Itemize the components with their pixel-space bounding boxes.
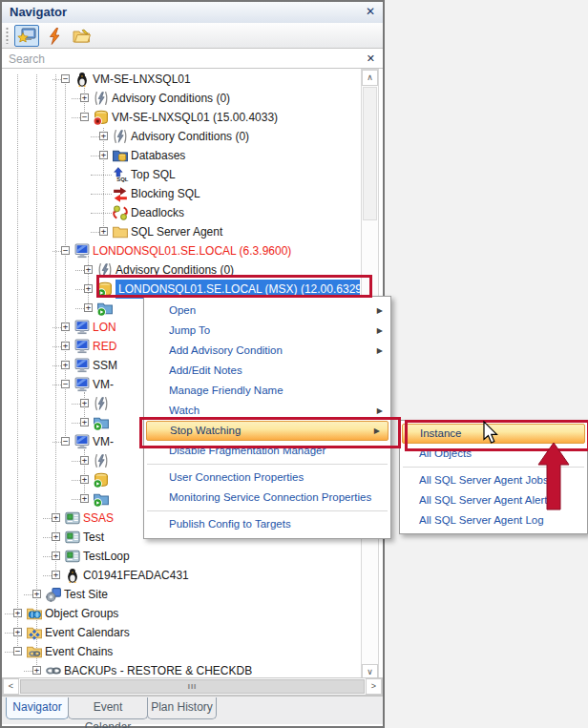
menu-item-label: Monitoring Service Connection Properties bbox=[169, 491, 371, 503]
tree-row-backups-restore-checkdb[interactable]: +BACKUPs - RESTORE & CHECKDB bbox=[2, 661, 360, 680]
panel-titlebar[interactable]: Navigator ✕ bbox=[2, 2, 383, 24]
tree-row-object-groups[interactable]: +Object Groups bbox=[2, 604, 360, 623]
tree-row-c01941feadac431[interactable]: +C01941FEADAC431 bbox=[2, 566, 360, 585]
scroll-left-icon[interactable]: < bbox=[3, 678, 19, 695]
expand-plus-icon[interactable]: + bbox=[99, 227, 108, 236]
computer-icon bbox=[74, 357, 91, 374]
svg-text:SQL: SQL bbox=[116, 177, 129, 182]
tree-row-vm-se-lnxsql01-15-00-4033[interactable]: −VM-SE-LNXSQL01 (15.00.4033) bbox=[2, 108, 360, 127]
menu-item-disable-fragmentation-manager[interactable]: Disable Fragmentation Manager bbox=[144, 441, 390, 461]
expand-plus-icon[interactable]: + bbox=[80, 456, 89, 465]
menu-item-label: Add/Edit Notes bbox=[169, 364, 242, 376]
search-clear-icon[interactable]: ✕ bbox=[367, 52, 375, 65]
tree-row-testloop[interactable]: +TestLoop bbox=[2, 547, 360, 566]
expand-plus-icon[interactable]: + bbox=[52, 513, 60, 522]
menu-item-add-edit-notes[interactable]: Add/Edit Notes bbox=[144, 361, 390, 381]
expand-plus-icon[interactable]: + bbox=[61, 361, 70, 369]
tab-label: Navigator bbox=[12, 700, 61, 714]
expand-plus-icon[interactable]: + bbox=[61, 342, 70, 350]
close-icon[interactable]: ✕ bbox=[366, 5, 375, 18]
menu-item-jump-to[interactable]: Jump To▶ bbox=[144, 321, 390, 341]
menu-item-open[interactable]: Open▶ bbox=[144, 301, 390, 321]
tab-event-calendar[interactable]: Event Calendar bbox=[68, 697, 148, 719]
vertical-scroll-thumb[interactable] bbox=[363, 87, 377, 220]
expand-plus-icon[interactable]: + bbox=[80, 494, 89, 503]
tree-item-label: VM-SE-LNXSQL01 bbox=[93, 70, 191, 89]
scroll-up-icon[interactable]: ∧ bbox=[362, 70, 378, 86]
menu-item-stop-watching[interactable]: Stop Watching▶ bbox=[146, 421, 388, 441]
collapse-minus-icon[interactable]: − bbox=[61, 380, 70, 388]
tree-row-deadlocks[interactable]: Deadlocks bbox=[2, 203, 360, 222]
menu-item-add-advisory-condition[interactable]: Add Advisory Condition▶ bbox=[144, 341, 390, 361]
expand-plus-icon[interactable]: + bbox=[84, 284, 93, 293]
tree-row-advisory-conditions-0[interactable]: +Advisory Conditions (0) bbox=[2, 260, 360, 280]
tree-item-label: Blocking SQL bbox=[131, 184, 200, 203]
collapse-minus-icon[interactable]: − bbox=[80, 113, 89, 121]
menu-item-manage-friendly-name[interactable]: Manage Friendly Name bbox=[144, 381, 390, 401]
tree-row-event-calendars[interactable]: +Event Calendars bbox=[2, 623, 360, 642]
expand-plus-icon[interactable]: + bbox=[80, 418, 89, 426]
menu-item-watch[interactable]: Watch▶ bbox=[144, 401, 390, 421]
tree-row-advisory-conditions-0[interactable]: +Advisory Conditions (0) bbox=[2, 89, 360, 108]
menu-item-monitoring-service-connection-properties[interactable]: Monitoring Service Connection Properties bbox=[144, 488, 390, 508]
expand-plus-icon[interactable]: + bbox=[99, 132, 108, 140]
menu-item-label: Publish Config to Targets bbox=[169, 518, 291, 530]
tree-connector-stub bbox=[72, 98, 80, 99]
expand-plus-icon[interactable]: + bbox=[61, 322, 70, 331]
expand-plus-icon[interactable]: + bbox=[80, 399, 89, 407]
submenu-arrow-icon: ▶ bbox=[377, 341, 383, 361]
tree-row-top-sql[interactable]: SQLTop SQL bbox=[2, 165, 360, 184]
tree-item-label: SSM bbox=[93, 356, 117, 375]
expand-plus-icon[interactable]: + bbox=[52, 532, 60, 541]
expand-plus-icon[interactable]: + bbox=[84, 265, 93, 274]
folder-chain-icon bbox=[26, 643, 43, 660]
tree-connector-stub bbox=[52, 365, 61, 366]
expand-plus-icon[interactable]: + bbox=[13, 628, 22, 636]
tree-item-label: Databases bbox=[131, 146, 185, 165]
tree-item-label: TestLoop bbox=[83, 547, 130, 566]
tree-row-sql-server-agent[interactable]: +SQL Server Agent bbox=[2, 222, 360, 241]
menu-item-user-connection-properties[interactable]: User Connection Properties bbox=[144, 468, 390, 488]
tree-row-advisory-conditions-0[interactable]: +Advisory Conditions (0) bbox=[2, 127, 360, 146]
tree-connector-stub bbox=[52, 346, 61, 347]
expand-plus-icon[interactable]: + bbox=[80, 94, 89, 102]
tree-row-vm-se-lnxsql01[interactable]: −VM-SE-LNXSQL01 bbox=[2, 70, 360, 89]
collapse-minus-icon[interactable]: − bbox=[61, 437, 70, 446]
watched-targets-button[interactable] bbox=[14, 25, 39, 47]
folder-globe-icon bbox=[26, 605, 43, 622]
expand-plus-icon[interactable]: + bbox=[32, 666, 41, 675]
expand-plus-icon[interactable]: + bbox=[13, 609, 22, 617]
tab-navigator[interactable]: Navigator bbox=[6, 697, 69, 719]
tree-item-label: SQL Server Agent bbox=[131, 222, 222, 241]
tree-connector-stub bbox=[43, 575, 52, 576]
linux-penguin-icon bbox=[74, 71, 91, 88]
tree-row-londonsql01-se-local-6-3-9600[interactable]: −LONDONSQL01.SE.LOCAL (6.3.9600) bbox=[2, 241, 360, 260]
expand-plus-icon[interactable]: + bbox=[52, 571, 60, 579]
horizontal-scroll-thumb[interactable]: III bbox=[20, 679, 365, 694]
collapse-minus-icon[interactable]: − bbox=[13, 647, 22, 655]
open-views-button[interactable] bbox=[70, 25, 94, 47]
expand-plus-icon[interactable]: + bbox=[80, 475, 89, 484]
tree-connector-stub bbox=[5, 614, 13, 614]
tree-row-test-site[interactable]: +Test Site bbox=[2, 585, 360, 604]
collapse-minus-icon[interactable]: − bbox=[61, 74, 70, 83]
expand-plus-icon[interactable]: + bbox=[84, 303, 93, 312]
search-input[interactable]: Search ✕ bbox=[2, 48, 383, 69]
advisory-conditions-icon bbox=[93, 90, 110, 107]
expand-plus-icon[interactable]: + bbox=[52, 551, 60, 560]
menu-item-publish-config-to-targets[interactable]: Publish Config to Targets bbox=[144, 514, 390, 534]
tree-row-event-chains[interactable]: −Event Chains bbox=[2, 642, 360, 661]
collapse-minus-icon[interactable]: − bbox=[61, 246, 70, 255]
agent-folder-play-icon bbox=[93, 490, 110, 508]
advisory-conditions-button[interactable] bbox=[42, 25, 67, 47]
toolbar-grip-handle[interactable] bbox=[6, 27, 9, 44]
expand-plus-icon[interactable]: + bbox=[32, 590, 41, 598]
tree-connector-stub bbox=[24, 671, 32, 672]
lightning-bolt-icon bbox=[46, 32, 63, 49]
tree-connector-stub bbox=[52, 251, 61, 252]
tab-plan-history[interactable]: Plan History bbox=[147, 697, 217, 719]
expand-plus-icon[interactable]: + bbox=[99, 151, 108, 159]
tree-row-blocking-sql[interactable]: Blocking SQL bbox=[2, 184, 360, 203]
scroll-right-icon[interactable]: > bbox=[366, 678, 382, 695]
tree-row-databases[interactable]: +Databases bbox=[2, 146, 360, 165]
